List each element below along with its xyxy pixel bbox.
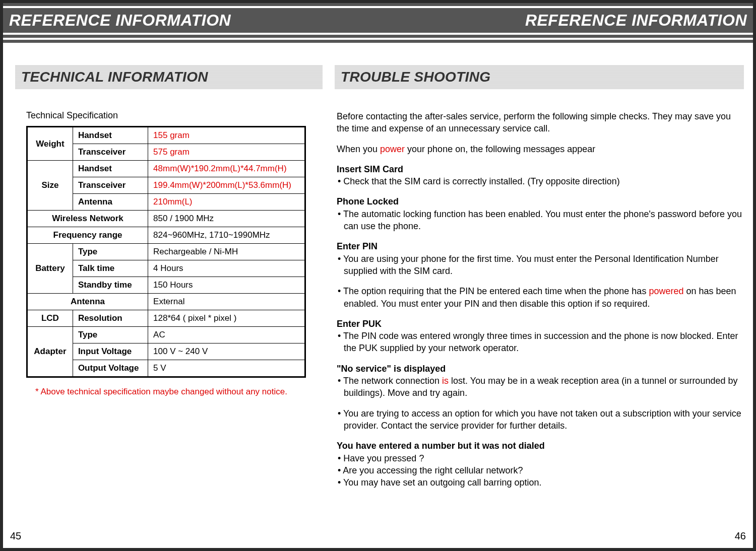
block-enter-puk: Enter PUK • The PIN code was entered wro… bbox=[337, 318, 744, 355]
spec-value: Rechargeable / Ni-MH bbox=[148, 244, 305, 260]
block-bullet: • The option requiring that the PIN be e… bbox=[337, 285, 744, 310]
bullet-part: • The network connection bbox=[338, 376, 442, 386]
block-head: You have entered a number but it was not… bbox=[337, 440, 744, 452]
spec-value: 5 V bbox=[148, 360, 305, 377]
bullet-part: • The option requiring that the PIN be e… bbox=[338, 286, 649, 296]
block-insert-sim: Insert SIM Card • Check that the SIM car… bbox=[337, 163, 744, 188]
table-row: Weight Handset 155 gram bbox=[27, 127, 305, 144]
spec-value: 199.4mm(W)*200mm(L)*53.6mm(H) bbox=[148, 177, 305, 194]
spec-label: Handset bbox=[73, 127, 148, 144]
spec-value: External bbox=[148, 294, 305, 310]
trouble-intro-2b-red: power bbox=[380, 144, 405, 154]
section-title-trouble: TROUBLE SHOOTING bbox=[335, 65, 744, 89]
header-stripe-top bbox=[3, 3, 753, 8]
block-phone-locked: Phone Locked • The automatic locking fun… bbox=[337, 195, 744, 232]
group-lcd: LCD bbox=[27, 310, 73, 327]
spec-value: AC bbox=[148, 327, 305, 343]
spec-label: Input Voltage bbox=[73, 343, 148, 360]
block-head: Phone Locked bbox=[337, 195, 744, 208]
spec-label: Antenna bbox=[73, 194, 148, 211]
block-enter-pin: Enter PIN • You are using your phone for… bbox=[337, 240, 744, 309]
table-row: Antenna External bbox=[27, 294, 305, 310]
block-head: Insert SIM Card bbox=[337, 163, 744, 175]
block-not-dialed: You have entered a number but it was not… bbox=[337, 440, 744, 489]
table-row: Wireless Network 850 / 1900 MHz bbox=[27, 211, 305, 227]
block-no-service: "No service" is displayed • The network … bbox=[337, 363, 744, 432]
spec-value: 575 gram bbox=[148, 144, 305, 161]
spec-value: 150 Hours bbox=[148, 277, 305, 294]
page-number-left: 45 bbox=[10, 530, 21, 542]
block-bullet: • Are you accessing the right cellular n… bbox=[337, 464, 744, 476]
table-row: LCD Resolution 128*64 ( pixel * pixel ) bbox=[27, 310, 305, 327]
block-bullet: • You may have set an outgoing call barr… bbox=[337, 476, 744, 489]
group-size: Size bbox=[27, 161, 73, 211]
block-bullet: • Have you pressed ? bbox=[337, 452, 744, 464]
block-head: Enter PUK bbox=[337, 318, 744, 330]
header-left-title: REFERENCE INFORMATION bbox=[9, 11, 231, 30]
table-row: Size Handset 48mm(W)*190.2mm(L)*44.7mm(H… bbox=[27, 161, 305, 177]
group-weight: Weight bbox=[27, 127, 73, 161]
spec-label: Antenna bbox=[27, 294, 148, 310]
header-right-title: REFERENCE INFORMATION bbox=[525, 11, 747, 30]
spec-label: Wireless Network bbox=[27, 211, 148, 227]
section-title-technical: TECHNICAL INFORMATION bbox=[15, 65, 323, 89]
block-bullet: • The automatic locking function has bee… bbox=[337, 208, 744, 233]
trouble-intro-2a: When you bbox=[337, 144, 380, 154]
group-battery: Battery bbox=[27, 244, 73, 294]
trouble-intro-1: Before contacting the after-sales servic… bbox=[337, 110, 744, 135]
block-bullet: • The network connection is lost. You ma… bbox=[337, 375, 744, 399]
block-bullet: • Check that the SIM card is correctly i… bbox=[337, 175, 744, 187]
spec-value: 100 V ~ 240 V bbox=[148, 343, 305, 360]
left-column: TECHNICAL INFORMATION Technical Specific… bbox=[15, 65, 323, 497]
spec-label: Type bbox=[73, 244, 148, 260]
trouble-intro-2c: your phone on, the following messages ap… bbox=[405, 144, 595, 154]
block-bullet: • The PIN code was entered wrongly three… bbox=[337, 330, 744, 355]
spec-footnote: * Above technical specification maybe ch… bbox=[35, 387, 323, 397]
spec-label: Transceiver bbox=[73, 144, 148, 161]
group-adapter: Adapter bbox=[27, 327, 73, 377]
trouble-intro-2: When you power your phone on, the follow… bbox=[337, 143, 744, 155]
spec-value: 4 Hours bbox=[148, 260, 305, 277]
spec-label: Resolution bbox=[73, 310, 148, 327]
spec-value: 155 gram bbox=[148, 127, 305, 144]
spec-value: 850 / 1900 MHz bbox=[148, 211, 305, 227]
spec-label: Type bbox=[73, 327, 148, 343]
spec-value: 210mm(L) bbox=[148, 194, 305, 211]
spec-label: Transceiver bbox=[73, 177, 148, 194]
spec-value: 128*64 ( pixel * pixel ) bbox=[148, 310, 305, 327]
bullet-part-red: is bbox=[442, 376, 449, 386]
table-row: Battery Type Rechargeable / Ni-MH bbox=[27, 244, 305, 260]
table-row: Adapter Type AC bbox=[27, 327, 305, 343]
header-stripe-bottom bbox=[3, 33, 753, 43]
block-bullet: • You are using your phone for the first… bbox=[337, 253, 744, 278]
header-bar: REFERENCE INFORMATION REFERENCE INFORMAT… bbox=[3, 8, 753, 33]
spec-value: 48mm(W)*190.2mm(L)*44.7mm(H) bbox=[148, 161, 305, 177]
spec-table: Weight Handset 155 gram Transceiver 575 … bbox=[26, 126, 306, 378]
block-head: Enter PIN bbox=[337, 240, 744, 252]
spec-value: 824~960MHz, 1710~1990MHz bbox=[148, 227, 305, 244]
block-bullet: • You are trying to access an option for… bbox=[337, 407, 744, 432]
spec-label: Output Voltage bbox=[73, 360, 148, 377]
table-row: Frequency range 824~960MHz, 1710~1990MHz bbox=[27, 227, 305, 244]
block-head: "No service" is displayed bbox=[337, 363, 744, 375]
spec-label: Standby time bbox=[73, 277, 148, 294]
bullet-part-red: powered bbox=[649, 286, 683, 296]
spec-label: Talk time bbox=[73, 260, 148, 277]
spec-label: Handset bbox=[73, 161, 148, 177]
spec-caption: Technical Specification bbox=[26, 110, 323, 121]
spec-label: Frequency range bbox=[27, 227, 148, 244]
right-column: TROUBLE SHOOTING Before contacting the a… bbox=[335, 65, 744, 497]
page-number-right: 46 bbox=[735, 530, 746, 542]
